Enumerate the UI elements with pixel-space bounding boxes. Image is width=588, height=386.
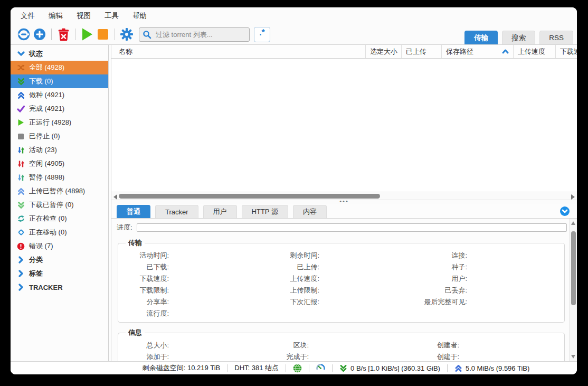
chevron-right-icon — [16, 270, 25, 278]
sidebar-item-download-paused[interactable]: 下载已暂停 (0) — [11, 198, 108, 212]
download-speed-status[interactable]: 0 B/s [1.0 KiB/s] (360.31 GiB) — [339, 364, 440, 372]
toolbar: .* 传输 搜索 RSS — [11, 24, 577, 44]
sidebar-item-inactive[interactable]: 空闲 (4905) — [11, 157, 108, 171]
field-value — [319, 286, 362, 295]
scroll-left-arrow[interactable] — [113, 194, 117, 200]
collapse-panel-button[interactable] — [560, 206, 570, 216]
sidebar-item-active[interactable]: 活动 (23) — [11, 143, 108, 157]
field-label: 已下载: — [122, 262, 169, 271]
transfer-section-title: 传输 — [126, 238, 145, 248]
double-chevron-up-light-icon — [16, 187, 25, 195]
check-icon — [16, 105, 25, 113]
refresh-icon — [16, 215, 25, 223]
tab-content[interactable]: 内容 — [293, 205, 327, 218]
tab-peers[interactable]: 用户 — [203, 205, 237, 218]
horizontal-scrollbar[interactable] — [111, 192, 577, 200]
alt-speed-toggle[interactable] — [316, 364, 325, 373]
scrollbar-thumb[interactable] — [119, 194, 380, 199]
statusbar-separator — [227, 364, 227, 372]
sidebar-item-paused[interactable]: 暂停 (4898) — [11, 171, 108, 184]
field-value — [467, 274, 560, 283]
filter-input[interactable] — [139, 27, 250, 42]
vertical-scrollbar[interactable] — [569, 219, 577, 361]
sidebar-group-categories[interactable]: 分类 — [11, 253, 108, 267]
menu-file[interactable]: 文件 — [14, 8, 42, 23]
column-label: 已上传 — [406, 47, 426, 57]
download-speed-label: 0 B/s [1.0 KiB/s] (360.31 GiB) — [350, 364, 440, 372]
column-header-name[interactable]: 名称 — [111, 45, 366, 58]
add-torrent-icon — [33, 27, 46, 41]
chevron-down-icon — [16, 50, 25, 58]
tab-transfers[interactable]: 传输 — [464, 31, 498, 44]
sidebar-item-seeding[interactable]: 做种 (4921) — [11, 88, 108, 102]
scroll-right-arrow[interactable] — [571, 194, 575, 200]
tab-trackers[interactable]: Tracker — [155, 205, 198, 218]
connection-status[interactable] — [293, 364, 302, 373]
sidebar-item-checking[interactable]: 正在检查 (0) — [11, 212, 108, 225]
column-header-upload-speed[interactable]: 上传速度 — [514, 45, 556, 58]
upload-speed-label: 5.0 MiB/s (9.596 TiB) — [466, 364, 529, 372]
stop-square-icon — [97, 29, 109, 40]
splitter-handle: ••• — [339, 200, 349, 202]
stop-button[interactable] — [95, 26, 111, 42]
tab-general[interactable]: 普通 — [117, 205, 150, 218]
torrent-list-empty[interactable] — [111, 59, 577, 192]
scrollbar-thumb[interactable] — [571, 231, 576, 305]
delete-button[interactable] — [55, 26, 71, 42]
sidebar-group-trackers[interactable]: TRACKER — [11, 280, 108, 294]
field-value — [459, 341, 560, 350]
menu-tools[interactable]: 工具 — [98, 8, 126, 23]
add-torrent-button[interactable] — [32, 26, 48, 42]
statusbar-separator — [286, 364, 286, 372]
options-button[interactable] — [119, 26, 135, 42]
sidebar-item-upload-paused[interactable]: 上传已暂停 (4898) — [11, 184, 108, 198]
shuffle-icon — [16, 64, 25, 72]
field-value — [169, 309, 256, 318]
sidebar-item-moving[interactable]: 正在移动 (0) — [11, 225, 108, 239]
field-value — [467, 262, 560, 271]
column-header-save-path[interactable]: 保存路径 — [442, 45, 514, 58]
column-header-uploaded[interactable]: 已上传 — [402, 45, 442, 58]
sidebar-item-running[interactable]: 正运行 (4928) — [11, 116, 108, 129]
torrent-filter — [139, 27, 250, 42]
sidebar-item-label: 空闲 (4905) — [29, 159, 64, 168]
transfer-section: 传输 活动时间: 剩余时间: 连接: 已下载: 已上传: 种子: 下载速度: 上… — [118, 238, 565, 323]
field-label: 完成于: — [245, 352, 309, 361]
field-value — [467, 251, 560, 260]
tab-http-sources[interactable]: HTTP 源 — [242, 205, 288, 218]
chevron-down-circle-icon — [562, 209, 568, 214]
double-chevron-up-icon — [16, 91, 25, 99]
updown-arrows-icon — [16, 146, 25, 154]
sidebar-header-status[interactable]: 状态 — [11, 47, 108, 61]
field-value — [319, 297, 362, 306]
scroll-down-arrow[interactable] — [571, 355, 575, 359]
status-bar: 剩余磁盘空间: 10.219 TiB DHT: 381 结点 0 B/s [1.… — [11, 361, 577, 374]
sidebar-item-downloading[interactable]: 下载 (0) — [11, 74, 108, 88]
options-gear-icon — [120, 27, 134, 41]
regex-toggle-button[interactable]: .* — [254, 27, 270, 42]
field-value — [319, 309, 362, 318]
upload-speed-status[interactable]: 5.0 MiB/s (9.596 TiB) — [454, 364, 529, 372]
menu-edit[interactable]: 编辑 — [42, 8, 70, 23]
panel-splitter[interactable]: ••• — [111, 200, 577, 204]
menu-help[interactable]: 帮助 — [126, 8, 154, 23]
sidebar-item-stopped[interactable]: 已停止 (0) — [11, 129, 108, 143]
field-label: 已丢弃: — [362, 286, 467, 295]
sidebar-header-label: 状态 — [29, 49, 43, 59]
sidebar-item-errored[interactable]: 错误 (7) — [11, 239, 108, 253]
column-header-selected-size[interactable]: 选定大小 — [366, 45, 402, 58]
resume-button[interactable] — [79, 26, 95, 42]
tab-search[interactable]: 搜索 — [502, 31, 535, 44]
sidebar-group-tags[interactable]: 标签 — [11, 267, 108, 280]
torrent-table-header: 名称 选定大小 已上传 保存路径 上传速度 下载速度 — [111, 45, 577, 59]
resume-play-icon — [81, 27, 93, 41]
menu-view[interactable]: 视图 — [70, 8, 98, 23]
add-link-button[interactable] — [16, 26, 32, 42]
sidebar-item-label: 正在检查 (0) — [29, 214, 67, 223]
sidebar-item-completed[interactable]: 完成 (4921) — [11, 102, 108, 116]
tab-rss[interactable]: RSS — [539, 31, 573, 44]
sidebar-item-all[interactable]: 全部 (4928) — [11, 61, 108, 74]
column-header-download-speed[interactable]: 下载速度 — [556, 45, 577, 58]
field-value — [467, 297, 560, 306]
scroll-up-arrow[interactable] — [571, 221, 575, 225]
